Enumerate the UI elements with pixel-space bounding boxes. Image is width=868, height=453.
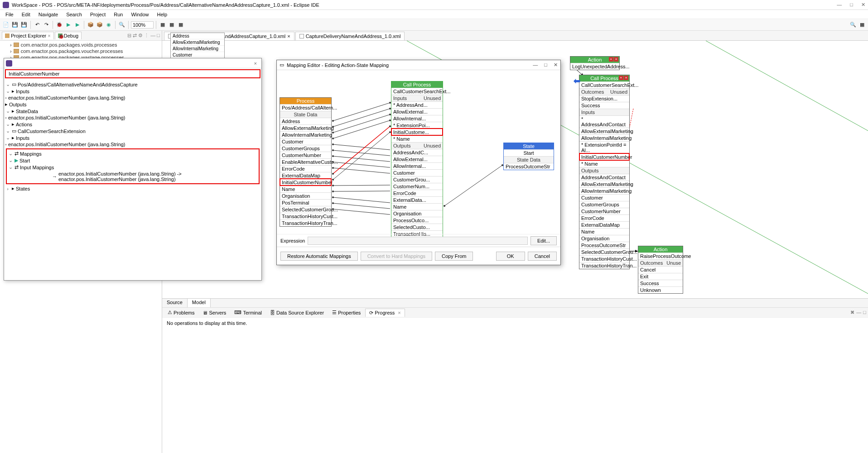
- dialog-maximize-button[interactable]: □: [544, 62, 547, 68]
- state-data-row[interactable]: ExternalDataMap: [280, 172, 331, 179]
- run-last-button[interactable]: ▶: [73, 21, 82, 29]
- state-data-row[interactable]: TransactionHistoryCust...: [280, 213, 331, 219]
- input-row[interactable]: AllowInternalMarketing: [579, 134, 629, 141]
- output-row[interactable]: ExternalData...: [391, 196, 443, 203]
- debug-button[interactable]: 🐞: [55, 21, 63, 29]
- new-class-button[interactable]: ◉: [105, 21, 113, 29]
- maximize-icon[interactable]: □: [863, 310, 866, 315]
- output-row[interactable]: ExternalDataMap: [579, 221, 629, 228]
- quick-access-button[interactable]: 🔍: [849, 21, 857, 29]
- ok-button[interactable]: OK: [496, 252, 525, 261]
- search-button[interactable]: 🔍: [118, 21, 126, 29]
- minimize-icon[interactable]: —: [856, 310, 861, 315]
- cancel-button[interactable]: Cancel: [528, 252, 557, 261]
- input-row[interactable]: * AddressAndContact: [579, 115, 629, 128]
- quick-outline-dialog[interactable]: × InitialCustomerNumber ⌄▭Pos/Address/Ca…: [4, 58, 262, 281]
- state-data-row[interactable]: TransactionHistoryTran...: [280, 219, 331, 226]
- input-row[interactable]: * AddressAnd...: [391, 101, 443, 108]
- output-row[interactable]: AllowInternal...: [391, 162, 443, 169]
- state-node[interactable]: State Start State Data ProcessOutcomeStr: [503, 143, 554, 170]
- collapse-all-icon[interactable]: ⊟: [127, 33, 131, 38]
- output-row[interactable]: SelectedCustomerGrou...: [579, 248, 629, 255]
- process-node[interactable]: Process Pos/Address/CallAltern... State …: [280, 97, 332, 227]
- align-left-button[interactable]: ▦: [159, 21, 167, 29]
- node-pin-icon[interactable]: ▪: [609, 57, 613, 62]
- outline-root[interactable]: Pos/Address/CallAlternativeNameAndAddres…: [18, 82, 138, 87]
- state-data-row[interactable]: CustomerGroups: [280, 145, 331, 152]
- output-row[interactable]: Customer: [391, 169, 443, 176]
- output-row[interactable]: AllowExternal...: [391, 156, 443, 162]
- source-tab[interactable]: Source: [162, 299, 188, 307]
- dialog-minimize-button[interactable]: —: [533, 62, 538, 68]
- terminal-tab[interactable]: ⌨Terminal: [231, 309, 265, 316]
- restore-mappings-button[interactable]: Restore Automatic Mappings: [280, 252, 358, 261]
- input-row[interactable]: AllowExternal...: [391, 108, 443, 115]
- align-right-button[interactable]: ▦: [177, 21, 185, 29]
- package-row[interactable]: ›com.enactor.pos.packages.voucher.proces…: [0, 48, 162, 54]
- call-process-node-right[interactable]: Call Process ▪× CallCustomerSearchExt...…: [579, 75, 630, 269]
- state-data-row[interactable]: AllowInternalMarketing: [280, 131, 331, 138]
- window-close-button[interactable]: ✕: [861, 2, 865, 8]
- output-row[interactable]: CustomerGroups: [579, 201, 629, 208]
- close-tab-icon[interactable]: ×: [48, 33, 50, 38]
- input-row[interactable]: AllowInternal...: [391, 115, 443, 122]
- convert-mappings-button[interactable]: Convert to Hard Mappings: [361, 252, 432, 261]
- window-maximize-button[interactable]: □: [850, 2, 853, 8]
- output-row[interactable]: Customer: [579, 194, 629, 201]
- new-button[interactable]: 📄: [2, 21, 10, 29]
- outline-start[interactable]: Start: [19, 158, 30, 163]
- new-project-button[interactable]: 📦: [87, 21, 95, 29]
- view-menu-icon[interactable]: ⋮: [144, 33, 149, 38]
- menu-search[interactable]: Search: [63, 11, 86, 18]
- outline-tree[interactable]: ⌄▭Pos/Address/CallAlternativeNameAndAddr…: [4, 79, 261, 278]
- filter-icon[interactable]: ⚙: [138, 33, 143, 38]
- input-row[interactable]: InitialCustomerNumber: [579, 153, 629, 160]
- copy-from-button[interactable]: Copy From: [435, 252, 473, 261]
- output-row[interactable]: AllowInternalMarketing: [579, 187, 629, 194]
- run-button[interactable]: ▶: [64, 21, 72, 29]
- menu-file[interactable]: File: [2, 11, 17, 18]
- input-row[interactable]: * ExtensionPointId = Al...: [579, 141, 629, 153]
- outline-input-item[interactable]: enactor.pos.InitialCustomerNumber (java.…: [8, 95, 125, 100]
- output-row[interactable]: ErrorCode: [579, 215, 629, 221]
- progress-tab[interactable]: ⟳Progress×: [365, 309, 405, 317]
- output-row[interactable]: TransactionHistoryCust...: [579, 255, 629, 262]
- save-button[interactable]: 💾: [11, 21, 19, 29]
- outline-action-input-item[interactable]: enactor.pos.InitialCustomerNumber (java.…: [8, 142, 125, 147]
- outline-sd-item[interactable]: enactor.pos.InitialCustomerNumber (java.…: [8, 115, 125, 120]
- state-data-row[interactable]: Name: [280, 186, 331, 192]
- outline-search-input[interactable]: InitialCustomerNumber: [5, 69, 260, 78]
- input-row[interactable]: * Name: [391, 135, 443, 142]
- menu-navigate[interactable]: Navigate: [35, 11, 62, 18]
- output-row[interactable]: ErrorCode: [391, 190, 443, 196]
- outline-input-mappings[interactable]: Input Mappings: [20, 165, 54, 170]
- action-node-raise[interactable]: Action RaiseProcessOutcome OutcomesUnuse…: [638, 246, 683, 294]
- output-row[interactable]: SelectedCusto...: [391, 224, 443, 230]
- node-close-icon[interactable]: ×: [614, 57, 618, 62]
- close-tab-icon[interactable]: ×: [287, 33, 290, 39]
- state-data-row[interactable]: PosTerminal: [280, 199, 331, 206]
- align-center-button[interactable]: ▦: [168, 21, 176, 29]
- editor-tab-2[interactable]: CaptureDeliveryNameAndAddress_1.0.xml: [295, 32, 405, 40]
- output-row[interactable]: TransactionHistoryTran...: [579, 262, 629, 269]
- input-row[interactable]: * Name: [579, 160, 629, 167]
- input-row[interactable]: InitialCustome...: [391, 129, 443, 135]
- output-row[interactable]: Name: [391, 203, 443, 210]
- dialog-close-button[interactable]: ×: [251, 61, 260, 66]
- outline-states[interactable]: States: [16, 186, 30, 191]
- outline-mapping-item[interactable]: enactor.pos.InitialCustomerNumber (java.…: [58, 171, 258, 182]
- output-row[interactable]: ProcessOutcomeStr: [579, 242, 629, 248]
- outline-actions[interactable]: Actions: [16, 122, 32, 127]
- save-all-button[interactable]: 💾: [20, 21, 28, 29]
- package-row[interactable]: ›com.enactor.pos.packages.voids.processe…: [0, 42, 162, 48]
- output-row[interactable]: AddressAndContact: [579, 174, 629, 181]
- problems-tab[interactable]: ⚠Problems: [164, 309, 198, 316]
- output-row[interactable]: CustomerNum...: [391, 183, 443, 190]
- link-editor-icon[interactable]: ⇄: [133, 33, 137, 38]
- node-close-icon[interactable]: ×: [624, 76, 628, 80]
- state-data-row[interactable]: CustomerNumber: [280, 152, 331, 158]
- clear-icon[interactable]: ✖: [850, 310, 854, 315]
- output-row[interactable]: CustomerNumber: [579, 208, 629, 215]
- debug-tab[interactable]: 🐞 Debug: [55, 32, 82, 39]
- undo-button[interactable]: ↶: [33, 21, 41, 29]
